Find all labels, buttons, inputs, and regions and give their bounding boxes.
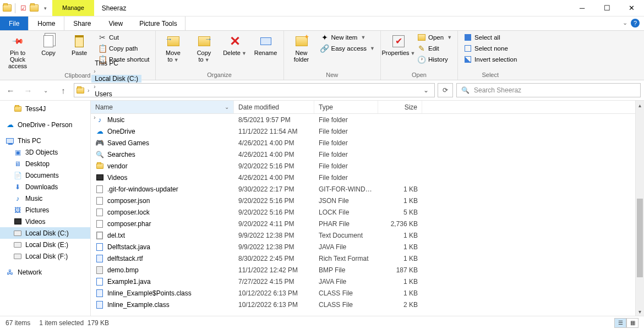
scroll-thumb[interactable] bbox=[637, 199, 643, 278]
tree-documents[interactable]: 📄Documents bbox=[0, 169, 90, 181]
history-button[interactable]: History bbox=[415, 54, 454, 65]
select-none-button[interactable]: Select none bbox=[461, 43, 519, 54]
file-row[interactable]: composer.json9/20/2022 5:16 PMJSON File1… bbox=[91, 195, 644, 206]
new-item-button[interactable]: ✦New item▼ bbox=[318, 32, 377, 43]
tree-local-disk-f[interactable]: Local Disk (F:) bbox=[0, 250, 90, 262]
maximize-button[interactable]: ☐ bbox=[594, 0, 619, 16]
collapse-ribbon-icon[interactable]: ⌄ bbox=[623, 19, 627, 26]
thumbnails-view-button[interactable]: ▦ bbox=[626, 318, 638, 328]
address-dropdown-icon[interactable]: ⌄ bbox=[419, 86, 433, 94]
copy-path-button[interactable]: 📋Copy path bbox=[96, 43, 152, 54]
file-row[interactable]: ☁OneDrive11/1/2022 11:54 AMFile folder bbox=[91, 125, 644, 137]
tree-network[interactable]: 🖧Network bbox=[0, 266, 90, 278]
scroll-up-icon[interactable]: ▴ bbox=[636, 101, 644, 109]
file-row[interactable]: Videos4/26/2021 4:00 PMFile folder bbox=[91, 172, 644, 183]
tree-downloads[interactable]: ⬇Downloads bbox=[0, 181, 90, 193]
nav-recent-dropdown[interactable]: ⌄ bbox=[39, 83, 53, 97]
qat-dropdown-icon[interactable]: ▾ bbox=[40, 3, 50, 13]
file-row[interactable]: Inline_Example.class10/12/2022 6:13 PMCL… bbox=[91, 299, 644, 310]
refresh-button[interactable]: ⟳ bbox=[438, 83, 453, 97]
tab-home[interactable]: Home bbox=[28, 17, 64, 30]
tree-local-disk-e[interactable]: Local Disk (E:) bbox=[0, 239, 90, 250]
rename-button[interactable]: Rename bbox=[252, 32, 280, 58]
edit-button[interactable]: Edit bbox=[415, 43, 454, 54]
file-row[interactable]: Delftstack.java9/9/2022 12:38 PMJAVA Fil… bbox=[91, 241, 644, 253]
file-row[interactable]: ♪Music8/5/2021 9:57 PMFile folder bbox=[91, 114, 644, 125]
file-type: JSON File bbox=[314, 197, 378, 205]
drive-icon bbox=[13, 229, 22, 238]
tree-3d-objects[interactable]: ▣3D Objects bbox=[0, 146, 90, 158]
tree-tess4j[interactable]: Tess4J bbox=[0, 103, 90, 114]
invert-selection-button[interactable]: Invert selection bbox=[461, 54, 519, 65]
copy-to-button[interactable]: → Copy to▼ bbox=[190, 32, 219, 65]
minimize-button[interactable]: ─ bbox=[570, 0, 594, 16]
file-row[interactable]: del.txt9/9/2022 12:38 PMText Document1 K… bbox=[91, 229, 644, 241]
qat-properties-icon[interactable]: ☑ bbox=[18, 3, 28, 13]
column-date[interactable]: Date modified bbox=[234, 101, 314, 113]
address-root-chevron-icon[interactable]: › bbox=[85, 87, 91, 94]
file-row[interactable]: vendor9/20/2022 5:16 PMFile folder bbox=[91, 160, 644, 172]
quick-access-toolbar: ☑ ▾ bbox=[0, 0, 52, 16]
cut-button[interactable]: ✂Cut bbox=[96, 32, 152, 43]
tree-onedrive[interactable]: ☁OneDrive - Person bbox=[0, 119, 90, 130]
tree-this-pc[interactable]: This PC bbox=[0, 135, 90, 146]
manage-contextual-tab[interactable]: Manage bbox=[52, 0, 94, 16]
copy-button[interactable]: Copy bbox=[34, 32, 63, 58]
file-row[interactable]: Example1.java7/27/2022 4:15 PMJAVA File1… bbox=[91, 276, 644, 287]
file-row[interactable]: composer.phar9/20/2022 4:11 PMPHAR File2… bbox=[91, 218, 644, 229]
file-row[interactable]: Inline_Example$Points.class10/12/2022 6:… bbox=[91, 287, 644, 299]
tab-share[interactable]: Share bbox=[64, 17, 100, 30]
downloads-icon: ⬇ bbox=[13, 183, 22, 191]
tab-file[interactable]: File bbox=[0, 17, 28, 30]
column-name[interactable]: Name⌄ bbox=[91, 101, 234, 113]
file-row[interactable]: .git-for-windows-updater9/30/2022 2:17 P… bbox=[91, 183, 644, 195]
desktop-icon: 🖥 bbox=[13, 160, 22, 168]
properties-button[interactable]: ✔ Properties▼ bbox=[384, 32, 413, 59]
column-size[interactable]: Size bbox=[378, 101, 422, 113]
vertical-scrollbar[interactable]: ▴ ▾ bbox=[635, 101, 644, 316]
nav-forward-button[interactable]: → bbox=[21, 83, 35, 97]
details-view-button[interactable]: ☰ bbox=[614, 318, 626, 328]
tab-picture-tools[interactable]: Picture Tools bbox=[132, 17, 185, 30]
easy-access-button[interactable]: 🔗Easy access▼ bbox=[318, 43, 377, 54]
file-type-icon bbox=[95, 254, 104, 263]
help-icon[interactable]: ? bbox=[631, 19, 640, 28]
paste-button[interactable]: Paste bbox=[65, 32, 94, 58]
tree-desktop[interactable]: 🖥Desktop bbox=[0, 158, 90, 169]
network-icon: 🖧 bbox=[6, 268, 14, 277]
file-row[interactable]: 🎮Saved Games4/26/2021 4:00 PMFile folder bbox=[91, 137, 644, 149]
chevron-right-icon[interactable]: › bbox=[91, 84, 97, 90]
file-size: 1 KB bbox=[378, 278, 422, 286]
address-bar[interactable]: › This PC›Local Disk (C:)›Users›Sheeraz›… bbox=[74, 83, 435, 97]
nav-back-button[interactable]: ← bbox=[3, 83, 18, 97]
chevron-right-icon[interactable]: › bbox=[91, 68, 97, 74]
file-row[interactable]: delftstack.rtf8/30/2022 2:45 PMRich Text… bbox=[91, 253, 644, 264]
tree-local-disk-c[interactable]: Local Disk (C:) bbox=[0, 227, 90, 239]
tree-music[interactable]: ♪Music bbox=[0, 193, 90, 204]
column-type[interactable]: Type bbox=[314, 101, 378, 113]
scroll-down-icon[interactable]: ▾ bbox=[636, 307, 644, 316]
file-row[interactable]: composer.lock9/20/2022 5:16 PMLOCK File5… bbox=[91, 206, 644, 218]
qat-newfolder-icon[interactable] bbox=[29, 3, 39, 13]
pin-to-quick-access-button[interactable]: 📌 Pin to Quick access bbox=[3, 32, 32, 72]
new-folder-button[interactable]: New folder bbox=[287, 32, 316, 65]
tree-videos[interactable]: Videos bbox=[0, 216, 90, 227]
app-icon bbox=[2, 3, 12, 13]
file-row[interactable]: 🔍Searches4/26/2021 4:00 PMFile folder bbox=[91, 149, 644, 160]
file-date: 11/1/2022 11:54 AM bbox=[234, 128, 314, 135]
nav-up-button[interactable]: ↑ bbox=[56, 83, 70, 97]
open-button[interactable]: Open▼ bbox=[415, 32, 454, 43]
breadcrumb-segment[interactable]: Local Disk (C:) bbox=[91, 75, 141, 83]
close-button[interactable]: ✕ bbox=[619, 0, 644, 16]
delete-button[interactable]: ✕ Delete▼ bbox=[221, 32, 249, 59]
search-box[interactable]: 🔍 Search Sheeraz bbox=[456, 83, 641, 97]
open-icon bbox=[417, 33, 426, 42]
file-row[interactable]: demo.bmp11/1/2022 12:42 PMBMP File187 KB bbox=[91, 264, 644, 276]
select-all-button[interactable]: Select all bbox=[461, 32, 519, 43]
breadcrumb-segment[interactable]: This PC bbox=[91, 59, 141, 67]
move-to-button[interactable]: → Move to▼ bbox=[159, 32, 188, 65]
tab-view[interactable]: View bbox=[100, 17, 132, 30]
tree-pictures[interactable]: 🖼Pictures bbox=[0, 204, 90, 216]
group-open: ✔ Properties▼ Open▼ Edit History Open bbox=[381, 31, 458, 80]
breadcrumb-segment[interactable]: Users bbox=[91, 90, 141, 98]
